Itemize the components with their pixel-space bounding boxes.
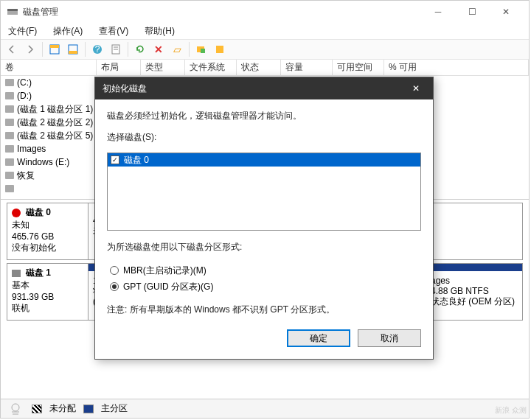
titlebar: 磁盘管理 ─ ☐ ✕ [1,1,529,23]
svg-rect-1 [7,9,18,11]
disk-list-item[interactable]: ✓ 磁盘 0 [108,153,420,167]
dialog-intro-text: 磁盘必须经过初始化，逻辑磁盘管理器才能访问。 [107,110,421,122]
partition-color-bar [426,264,522,271]
volume-name: (磁盘 2 磁盘分区 5) [17,130,93,142]
svg-rect-12 [201,49,205,53]
col-status[interactable]: 状态 [237,60,281,75]
volume-name: (D:) [17,91,32,101]
forward-button[interactable] [22,41,38,57]
window-title: 磁盘管理 [23,6,421,18]
svg-text:?: ? [95,44,100,55]
new-volume-icon[interactable] [193,41,209,57]
disk-1-title: 磁盘 1 [26,267,51,279]
col-free[interactable]: 可用空间 [333,60,384,75]
partition-name: ages [431,276,518,286]
legend-primary-swatch [83,405,94,413]
gpt-label: GPT (GUID 分区表)(G) [123,281,213,293]
toolbar-separator [42,42,43,57]
menu-file[interactable]: 文件(F) [5,24,40,39]
dialog-close-button[interactable]: ✕ [406,79,426,98]
refresh-icon[interactable] [132,41,148,57]
delete-icon[interactable]: ✕ [150,41,167,57]
gpt-radio[interactable] [110,282,119,291]
cancel-button[interactable]: 取消 [358,329,421,347]
col-capacity[interactable]: 容量 [281,60,333,75]
dialog-body: 磁盘必须经过初始化，逻辑磁盘管理器才能访问。 选择磁盘(S): ✓ 磁盘 0 为… [95,99,433,359]
menu-action[interactable]: 操作(A) [50,24,86,39]
help-icon[interactable]: ? [89,41,105,57]
check-icon[interactable]: ▱ [169,41,185,57]
volume-icon [5,105,14,113]
disk-0-type: 未知 [12,219,83,231]
legend-bar: 未分配 主分区 [1,399,529,418]
partition-size: 4.88 GB NTFS [431,286,518,296]
maximize-button[interactable]: ☐ [455,1,489,23]
mbr-radio-item[interactable]: MBR(主启动记录)(M) [110,262,421,279]
dialog-select-label: 选择磁盘(S): [107,131,421,144]
volume-icon [5,172,14,179]
volume-icon [5,92,14,99]
view-bottom-icon[interactable] [65,41,81,57]
action-icon[interactable] [212,41,228,57]
minimize-button[interactable]: ─ [421,1,455,23]
volume-icon [5,79,14,86]
dialog-title: 初始化磁盘 [103,83,406,95]
disk-checkbox[interactable]: ✓ [111,155,119,164]
menu-view[interactable]: 查看(V) [96,24,131,39]
volume-icon [5,158,14,166]
menu-help[interactable]: 帮助(H) [142,24,178,39]
legend-unallocated-label: 未分配 [49,402,76,415]
toolbar: ? ✕ ▱ [1,39,529,60]
mbr-radio[interactable] [110,266,119,275]
col-filesystem[interactable]: 文件系统 [185,60,237,75]
disk-0-size: 465.76 GB [12,231,83,242]
properties-icon[interactable] [108,41,124,57]
disk-1-status: 联机 [12,302,83,315]
error-icon [12,209,21,217]
toolbar-separator [128,42,128,57]
menubar: 文件(F) 操作(A) 查看(V) 帮助(H) [1,23,529,39]
legend-unallocated-swatch [32,405,42,413]
window-controls: ─ ☐ ✕ [421,1,523,23]
col-type[interactable]: 类型 [141,60,185,75]
mbr-label: MBR(主启动记录)(M) [123,265,206,277]
volume-name: Windows (E:) [17,157,69,167]
svg-rect-3 [50,45,59,48]
disk-1-partition[interactable]: ages4.88 GB NTFS状态良好 (OEM 分区) [426,264,522,320]
ok-button[interactable]: 确定 [287,329,350,347]
toolbar-separator [189,42,190,57]
disk-1-info[interactable]: 磁盘 1 基本 931.39 GB 联机 [7,264,88,320]
volume-icon [5,119,14,126]
initialize-disk-dialog: 初始化磁盘 ✕ 磁盘必须经过初始化，逻辑磁盘管理器才能访问。 选择磁盘(S): … [94,77,434,360]
disk-select-listbox[interactable]: ✓ 磁盘 0 [107,153,421,231]
column-headers: 卷 布局 类型 文件系统 状态 容量 可用空间 % 可用 [1,60,529,76]
dialog-titlebar: 初始化磁盘 ✕ [95,77,433,99]
volume-name: (磁盘 2 磁盘分区 2) [17,116,93,129]
dialog-buttons: 确定 取消 [107,329,421,347]
partition-scheme-label: 为所选磁盘使用以下磁盘分区形式: [107,241,421,253]
col-percent[interactable]: % 可用 [384,60,529,75]
partition-scheme-radios: MBR(主启动记录)(M) GPT (GUID 分区表)(G) [110,262,421,295]
disk-0-status: 没有初始化 [12,242,83,254]
legend-toggle-icon[interactable] [7,402,24,416]
col-layout[interactable]: 布局 [97,60,141,75]
svg-rect-5 [69,51,77,54]
col-volume[interactable]: 卷 [1,60,97,75]
back-button[interactable] [4,41,20,57]
volume-name: (磁盘 1 磁盘分区 1) [17,103,93,116]
disk-mgmt-icon [7,6,18,18]
svg-rect-13 [216,46,223,53]
close-button[interactable]: ✕ [489,1,523,23]
disk-0-title: 磁盘 0 [26,206,51,219]
volume-name: (C:) [17,77,32,88]
gpt-radio-item[interactable]: GPT (GUID 分区表)(G) [110,279,421,295]
volume-icon [5,145,14,153]
disk-0-info[interactable]: 磁盘 0 未知 465.76 GB 没有初始化 [7,203,88,259]
disk-item-label: 磁盘 0 [124,154,149,167]
volume-icon [5,132,14,139]
toolbar-separator [85,42,86,57]
disk-icon [12,270,21,277]
svg-point-14 [12,404,19,411]
volume-icon [5,185,14,192]
view-top-icon[interactable] [46,41,63,57]
